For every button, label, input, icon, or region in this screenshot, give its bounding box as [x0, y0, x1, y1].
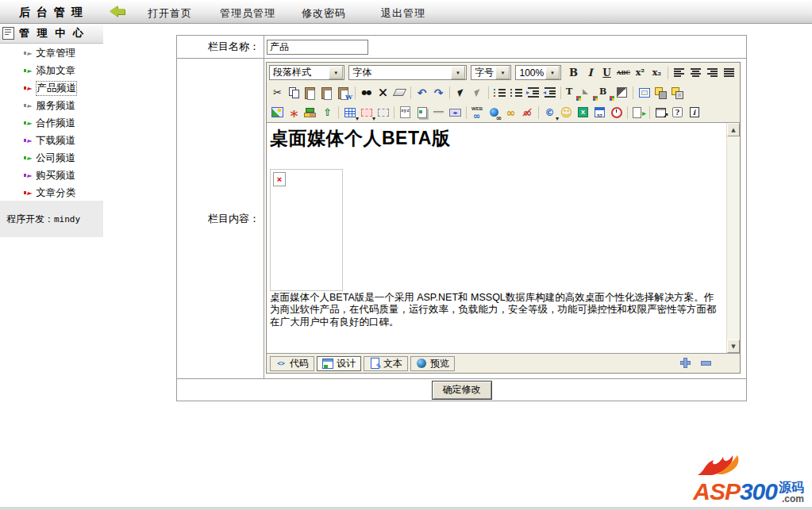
tab-design[interactable]: 设计	[317, 356, 361, 371]
ordered-list-icon[interactable]	[491, 86, 508, 100]
delete-icon[interactable]	[375, 86, 391, 100]
arrow-icon	[24, 67, 32, 75]
anchor-link-icon[interactable]	[502, 105, 519, 120]
insert-clock-icon[interactable]	[608, 105, 625, 120]
font-size-select[interactable]: 字号	[471, 65, 512, 80]
zoom-out-icon[interactable]	[701, 358, 711, 368]
indent-icon[interactable]	[525, 86, 541, 100]
sidebar-item-company-channel[interactable]: 公司频道	[0, 149, 103, 167]
emoticon-icon[interactable]	[558, 105, 575, 120]
marquee-icon[interactable]	[447, 105, 464, 120]
fill-color-icon[interactable]	[580, 86, 597, 100]
zoom-in-icon[interactable]	[680, 358, 691, 368]
gray-layer-icon[interactable]	[375, 105, 391, 120]
broken-image-placeholder[interactable]	[270, 169, 343, 291]
italic-icon[interactable]	[582, 66, 598, 80]
preview-icon	[416, 358, 427, 369]
menu-open-homepage[interactable]: 打开首页	[148, 6, 192, 21]
tab-preview[interactable]: 预览	[410, 356, 455, 371]
sidebar-item-product-channel[interactable]: 产品频道	[0, 79, 103, 97]
submit-button[interactable]: 确定修改	[432, 381, 492, 400]
align-right-icon[interactable]	[704, 66, 721, 80]
new-window-icon[interactable]	[652, 105, 669, 120]
subscript-icon[interactable]	[648, 66, 665, 80]
arrow-icon	[24, 190, 32, 197]
sidebar-item-add-article[interactable]: 添加文章	[0, 62, 103, 79]
chevron-down-icon[interactable]	[495, 66, 510, 79]
toolbar-separator	[560, 86, 561, 99]
toolbar-separator	[538, 106, 539, 119]
contrast-icon[interactable]	[614, 86, 630, 100]
underline-icon[interactable]	[598, 66, 615, 80]
help-icon[interactable]	[669, 105, 686, 120]
align-justify-icon[interactable]	[721, 66, 737, 80]
editable-document[interactable]: 桌面媒体个人BETA版 桌面媒体个人BETA版是一个采用 ASP.NET和 MS…	[267, 123, 726, 353]
chevron-down-icon[interactable]	[329, 66, 343, 79]
redo-icon[interactable]	[430, 86, 447, 100]
red-layer-icon[interactable]	[358, 105, 375, 120]
align-center-icon[interactable]	[687, 66, 704, 80]
text-icon	[369, 358, 380, 369]
tab-text[interactable]: 文本	[364, 356, 408, 371]
back-arrow-icon[interactable]	[110, 6, 127, 17]
sidebar-item-article-management[interactable]: 文章管理	[0, 44, 103, 62]
align-left-icon[interactable]	[671, 66, 687, 80]
paste-icon[interactable]	[302, 86, 319, 100]
upload-icon[interactable]	[319, 105, 336, 120]
background-color-icon[interactable]	[597, 86, 614, 100]
unlink-icon[interactable]	[519, 105, 536, 120]
insert-document-icon[interactable]	[414, 105, 430, 120]
font-color-icon[interactable]	[564, 86, 580, 100]
sidebar-item-download-channel[interactable]: 下载频道	[0, 132, 103, 149]
insert-flash-icon[interactable]	[286, 105, 302, 120]
sidebar-item-purchase-channel[interactable]: 购买频道	[0, 167, 103, 184]
scroll-up-icon[interactable]: ▲	[727, 123, 740, 136]
menu-change-password[interactable]: 修改密码	[302, 6, 346, 21]
chevron-down-icon[interactable]	[451, 66, 465, 79]
zoom-select[interactable]: 100%	[515, 65, 561, 80]
strikethrough-icon[interactable]	[615, 66, 632, 80]
insert-calendar-icon[interactable]	[591, 105, 608, 120]
hyperlink-icon[interactable]	[486, 105, 502, 120]
sidebar-item-article-category[interactable]: 文章分类	[0, 184, 103, 201]
export-document-icon[interactable]	[630, 105, 647, 120]
outdent-icon[interactable]	[541, 86, 558, 100]
find-icon[interactable]	[358, 86, 375, 100]
eraser-icon[interactable]	[391, 86, 408, 100]
toolbar-separator	[355, 86, 356, 99]
select-icon[interactable]	[452, 86, 469, 100]
border-box-icon[interactable]	[636, 86, 652, 100]
insert-table-icon[interactable]	[341, 105, 358, 120]
web-link-icon[interactable]	[469, 105, 486, 120]
select-all-icon[interactable]	[469, 86, 486, 100]
superscript-icon[interactable]	[632, 66, 648, 80]
bold-icon[interactable]	[565, 66, 582, 80]
copy-icon[interactable]	[286, 86, 302, 100]
custom-tag-icon[interactable]	[397, 105, 414, 120]
unordered-list-icon[interactable]	[508, 86, 525, 100]
font-select[interactable]: 字体	[348, 65, 467, 80]
chevron-down-icon[interactable]	[545, 66, 560, 79]
info-icon[interactable]	[686, 105, 702, 120]
undo-icon[interactable]	[414, 86, 430, 100]
scroll-down-icon[interactable]: ▼	[727, 339, 740, 353]
insert-media-icon[interactable]	[302, 105, 319, 120]
sidebar-item-service-channel[interactable]: 服务频道	[0, 97, 103, 114]
paste-text-icon[interactable]	[319, 86, 336, 100]
paragraph-style-select[interactable]: 段落样式	[269, 65, 344, 80]
menu-admin-management[interactable]: 管理员管理	[220, 6, 275, 21]
column-name-input[interactable]	[267, 40, 368, 55]
tab-code[interactable]: 代码	[270, 356, 314, 371]
copyright-icon[interactable]	[541, 105, 558, 120]
menu-logout[interactable]: 退出管理	[381, 6, 425, 21]
insert-excel-icon[interactable]	[575, 105, 591, 120]
editor-scrollbar[interactable]: ▲ ▼	[726, 123, 740, 353]
horizontal-rule-icon[interactable]	[430, 105, 447, 120]
send-to-back-icon[interactable]	[669, 86, 686, 100]
insert-image-icon[interactable]	[269, 105, 286, 120]
bring-to-front-icon[interactable]	[652, 86, 669, 100]
code-icon	[275, 358, 287, 369]
sidebar-item-cooperation-channel[interactable]: 合作频道	[0, 114, 103, 132]
cut-icon[interactable]	[269, 86, 286, 100]
paste-word-icon[interactable]: W	[336, 86, 352, 100]
